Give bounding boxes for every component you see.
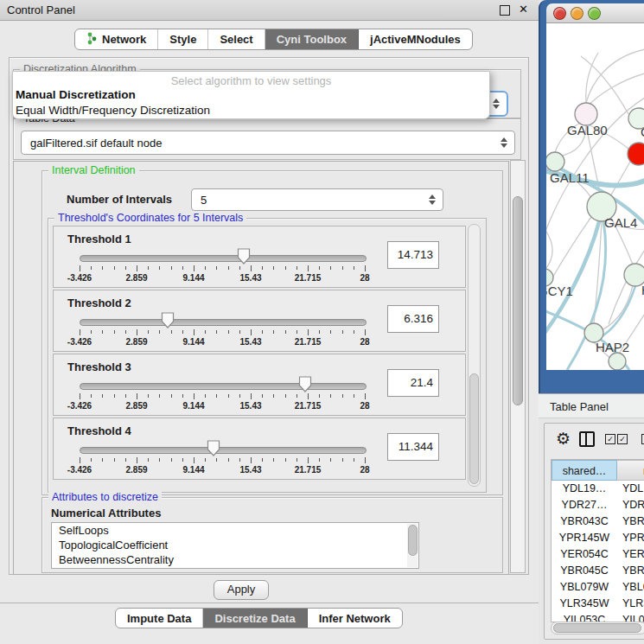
algorithm-option[interactable]: Manual Discretization — [13, 87, 489, 103]
network-node[interactable] — [609, 353, 626, 370]
checkbox-icon[interactable]: ✓ — [605, 434, 615, 444]
table-row[interactable]: YDL19…YDL1 — [552, 481, 644, 497]
slider-tick — [114, 330, 115, 334]
slider-tick — [205, 394, 206, 398]
threshold-value-field[interactable]: 21.4 — [387, 369, 439, 397]
threshold-value-field[interactable]: 14.713 — [387, 241, 439, 269]
threshold-label: Threshold 1 — [67, 233, 131, 245]
gear-icon[interactable]: ⚙ — [556, 429, 571, 449]
tab-impute-data[interactable]: Impute Data — [116, 609, 203, 628]
tab-network[interactable]: Network — [75, 29, 158, 49]
network-canvas[interactable]: GAL80GACGAL11GAL4GCY1HHAP2 — [546, 23, 644, 370]
slider-tick — [273, 458, 274, 462]
slider-tick — [80, 329, 80, 335]
slider-thumb[interactable] — [298, 376, 312, 392]
table-header-row: shared…na — [552, 460, 644, 481]
settings-scrollbar[interactable] — [510, 160, 526, 573]
slider-tick — [137, 457, 137, 463]
table-data-value: galFiltered.sif default node — [22, 137, 498, 150]
combo-arrows-icon — [490, 99, 502, 109]
number-of-intervals-combobox[interactable]: 5 — [191, 188, 443, 211]
slider-tick — [251, 457, 252, 463]
slider-track[interactable] — [80, 255, 367, 262]
table-data-combobox[interactable]: galFiltered.sif default node — [21, 131, 515, 155]
interval-definition-group: Interval Definition Number of Intervals … — [41, 170, 503, 495]
cyni-mode-tabbar: Impute DataDiscretize DataInfer Network — [115, 608, 403, 628]
network-node[interactable] — [546, 152, 564, 171]
slider-tick — [125, 458, 126, 462]
table-column-header[interactable]: shared… — [552, 460, 617, 481]
slider-track[interactable] — [80, 447, 367, 454]
scrollbar-thumb[interactable] — [513, 196, 523, 405]
close-panel-icon[interactable]: ✕ — [519, 3, 528, 16]
table-horizontal-scrollbar[interactable] — [551, 622, 644, 634]
slider-tick — [342, 266, 343, 270]
slider-tick-label: 9.144 — [182, 337, 204, 347]
tab-infer-network[interactable]: Infer Network — [308, 609, 402, 628]
split-columns-icon[interactable] — [579, 431, 595, 447]
tab-label: jActiveMNodules — [370, 33, 461, 46]
table-row[interactable]: YBR045CYBR0 — [552, 563, 644, 579]
slider-thumb[interactable] — [161, 312, 175, 328]
table-panel: ⚙ ✓ ✓ ✓ shared…na YDL19…YDL1YDR27…YDR2YB… — [544, 423, 644, 640]
network-node[interactable] — [628, 143, 644, 165]
algorithm-placeholder-option[interactable]: Select algorithm to view settings — [13, 72, 489, 87]
slider-thumb[interactable] — [207, 440, 220, 456]
table-row[interactable]: YBL079WYBL0 — [552, 579, 644, 596]
slider-tick — [365, 457, 366, 463]
table-cell: YDR2 — [617, 497, 644, 513]
table-column-header[interactable]: na — [617, 460, 644, 481]
table-row[interactable]: YDR27…YDR2 — [552, 497, 644, 513]
scrollbar-thumb[interactable] — [408, 525, 418, 556]
slider-track[interactable] — [80, 383, 367, 390]
node-table: shared…na YDL19…YDL1YDR27…YDR2YBR043CYBR… — [551, 459, 644, 622]
threshold-value-field[interactable]: 6.316 — [387, 305, 439, 333]
slider-tick — [148, 266, 149, 270]
table-row[interactable]: YER054CYER0 — [552, 546, 644, 563]
scrollbar-thumb[interactable] — [553, 623, 641, 633]
tab-style[interactable]: Style — [158, 29, 208, 49]
threshold-value-field[interactable]: 11.344 — [387, 433, 439, 461]
panel-title: Control Panel — [7, 3, 75, 16]
list-item[interactable]: BetweennessCentrality — [52, 552, 418, 567]
float-panel-icon[interactable] — [500, 5, 510, 16]
numerical-attributes-list[interactable]: SelfLoopsTopologicalCoefficientBetweenne… — [51, 522, 419, 569]
attributes-scrollbar[interactable] — [407, 524, 418, 567]
algorithm-option[interactable]: Equal Width/Frequency Discretization — [13, 103, 489, 118]
slider-tick — [102, 394, 103, 398]
slider-tick-label: 21.715 — [295, 401, 322, 411]
list-item[interactable]: TopologicalCoefficient — [52, 538, 418, 552]
slider-tick — [296, 394, 297, 398]
checkbox-icon[interactable]: ✓ — [617, 434, 628, 444]
slider-track[interactable] — [80, 319, 367, 326]
apply-button[interactable]: Apply — [214, 580, 269, 600]
table-row[interactable]: YBR043CYBR0 — [552, 513, 644, 530]
slider-tick — [171, 330, 172, 334]
tab-discretize-data[interactable]: Discretize Data — [203, 609, 307, 628]
slider-tick — [330, 330, 331, 334]
tab-cyni-toolbox[interactable]: Cyni Toolbox — [265, 29, 359, 49]
zoom-window-icon[interactable] — [588, 7, 601, 20]
slider-tick — [182, 458, 183, 462]
slider-tick — [239, 266, 240, 270]
slider-tick — [137, 329, 137, 335]
slider-tick — [251, 329, 252, 335]
slider-tick — [251, 393, 252, 399]
combo-arrows-icon — [498, 137, 510, 148]
combo-arrows-icon — [426, 194, 438, 205]
list-item[interactable]: SelfLoops — [52, 523, 418, 538]
thresholds-scrollbar[interactable] — [468, 224, 481, 487]
slider-tick — [330, 266, 331, 270]
tab-jactivemnodules[interactable]: jActiveMNodules — [359, 29, 472, 49]
minimize-window-icon[interactable] — [571, 7, 583, 20]
slider-thumb[interactable] — [237, 248, 251, 265]
table-row[interactable]: YPR145WYPR1 — [552, 530, 644, 546]
table-row[interactable]: YLR345WYLR3 — [552, 596, 644, 612]
tab-select[interactable]: Select — [208, 29, 265, 49]
slider-tick — [205, 458, 206, 462]
slider-tick — [262, 458, 263, 462]
close-window-icon[interactable] — [553, 7, 566, 20]
slider-tick — [80, 393, 80, 399]
scrollbar-thumb[interactable] — [469, 373, 479, 484]
slider-tick — [148, 458, 149, 462]
